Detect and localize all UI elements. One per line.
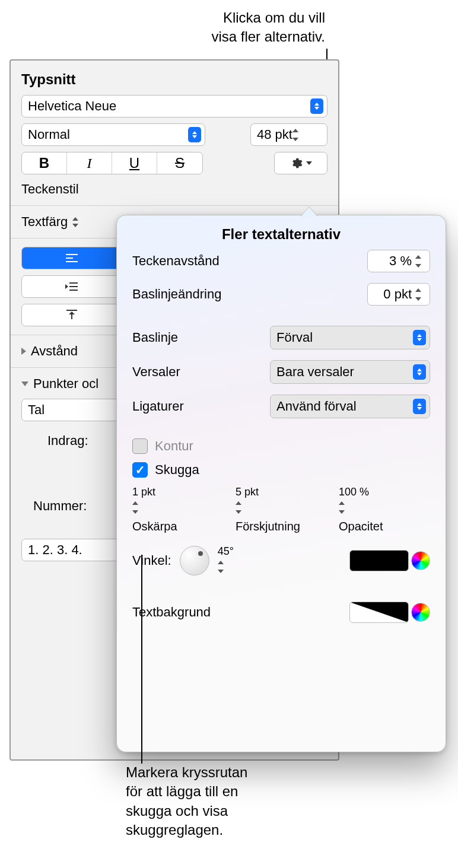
strikethrough-button[interactable]: S (157, 152, 202, 174)
popup-arrows-icon (310, 98, 323, 114)
shadow-blur-field[interactable]: 1 pkt (132, 486, 224, 516)
shadow-blur-label: Oskärpa (132, 520, 177, 533)
font-family-value: Helvetica Neue (28, 98, 116, 114)
character-style-label: Teckenstil (21, 182, 327, 197)
shadow-blur-stepper[interactable] (132, 498, 144, 516)
font-typeface-value: Normal (28, 127, 70, 142)
outline-label: Kontur (155, 438, 193, 454)
char-spacing-field[interactable]: 3 % (367, 250, 430, 272)
font-section-title: Typsnitt (21, 71, 327, 88)
baseline-select[interactable]: Förval (270, 326, 430, 349)
list-type-popup[interactable]: Tal (21, 399, 122, 421)
shadow-color-well[interactable] (349, 550, 409, 571)
caps-value: Bara versaler (276, 364, 354, 380)
font-size-stepper[interactable] (292, 126, 304, 144)
baseline-shift-stepper[interactable] (415, 285, 427, 303)
italic-button[interactable]: I (67, 152, 112, 174)
text-color-stepper[interactable] (72, 215, 84, 228)
text-style-segment: B I U S (21, 152, 203, 174)
color-picker-icon[interactable] (411, 603, 430, 622)
font-typeface-popup[interactable]: Normal (21, 123, 205, 146)
char-spacing-label: Teckenavstånd (132, 253, 220, 269)
baseline-shift-field[interactable]: 0 pkt (367, 283, 430, 306)
list-type-value: Tal (28, 402, 44, 418)
font-size-field[interactable]: 48 pkt (250, 123, 327, 146)
align-left-icon (65, 253, 78, 263)
angle-value: 45° (218, 545, 234, 557)
baseline-label: Baslinje (132, 330, 178, 345)
chevron-down-icon (306, 161, 312, 165)
text-bg-color-well[interactable] (349, 602, 409, 623)
callout-bottom: Markera kryssrutan för att lägga till en… (126, 763, 247, 840)
more-text-options-popover: Fler textalternativ Teckenavstånd 3 % Ba… (116, 215, 446, 752)
angle-dial[interactable] (180, 546, 209, 576)
indent-decrease-button[interactable] (22, 276, 122, 297)
caps-label: Versaler (132, 364, 180, 380)
shadow-opacity-label: Opacitet (339, 520, 383, 533)
shadow-offset-field[interactable]: 5 pkt (236, 486, 327, 516)
outline-checkbox[interactable] (132, 438, 148, 454)
char-spacing-value: 3 % (389, 253, 412, 269)
angle-label: Vinkel: (132, 553, 171, 568)
align-left-button[interactable] (22, 247, 122, 269)
shadow-offset-label: Förskjutning (236, 520, 300, 533)
ligatures-value: Använd förval (276, 399, 357, 414)
outline-checkbox-row[interactable]: Kontur (132, 438, 430, 454)
underline-button[interactable]: U (112, 152, 157, 174)
more-text-options-button[interactable] (274, 152, 327, 174)
callout-bottom-text: Markera kryssrutan för att lägga till en… (126, 764, 247, 838)
shadow-blur-value: 1 pkt (132, 486, 155, 498)
shadow-offset-stepper[interactable] (236, 498, 247, 516)
angle-field[interactable]: 45° (218, 545, 277, 576)
bullets-label: Punkter ocl (33, 376, 98, 392)
gear-icon (290, 157, 303, 170)
caps-select[interactable]: Bara versaler (270, 360, 430, 384)
shadow-opacity-stepper[interactable] (339, 498, 351, 516)
shadow-opacity-field[interactable]: 100 % (339, 486, 430, 516)
chevron-right-icon (21, 348, 26, 355)
color-picker-icon[interactable] (411, 551, 430, 570)
callout-line (141, 555, 142, 764)
chevron-down-icon (21, 381, 28, 386)
divider (11, 205, 338, 206)
shadow-opacity-value: 100 % (339, 486, 369, 498)
popover-title: Fler textalternativ (117, 226, 446, 243)
callout-top: Klicka om du vill visa fler alternativ. (211, 8, 325, 47)
shadow-checkbox[interactable] (132, 462, 148, 478)
text-color-label: Textfärg (21, 214, 68, 230)
vertical-align-top-button[interactable] (22, 304, 122, 326)
popup-arrows-icon (413, 399, 426, 414)
popup-arrows-icon (413, 330, 426, 345)
ligatures-select[interactable]: Använd förval (270, 395, 430, 418)
shadow-label: Skugga (155, 462, 199, 478)
spacing-label: Avstånd (31, 344, 78, 359)
angle-stepper[interactable] (218, 558, 230, 576)
text-bg-label: Textbakgrund (132, 605, 211, 620)
baseline-shift-value: 0 pkt (383, 287, 412, 302)
shadow-offset-value: 5 pkt (236, 486, 259, 498)
valign-top-icon (66, 310, 78, 320)
popup-arrows-icon (413, 364, 426, 380)
font-size-value: 48 pkt (257, 127, 292, 142)
baseline-value: Förval (276, 330, 313, 345)
popup-arrows-icon (188, 127, 201, 142)
shadow-checkbox-row[interactable]: Skugga (132, 462, 430, 478)
callout-top-text: Klicka om du vill visa fler alternativ. (211, 9, 325, 44)
bold-button[interactable]: B (22, 152, 67, 174)
char-spacing-stepper[interactable] (415, 252, 427, 270)
font-family-popup[interactable]: Helvetica Neue (21, 95, 327, 117)
list-format-value: 1. 2. 3. 4. (28, 542, 82, 558)
baseline-shift-label: Baslinjeändring (132, 287, 221, 302)
ligatures-label: Ligaturer (132, 399, 184, 414)
indent-icon (65, 282, 79, 291)
